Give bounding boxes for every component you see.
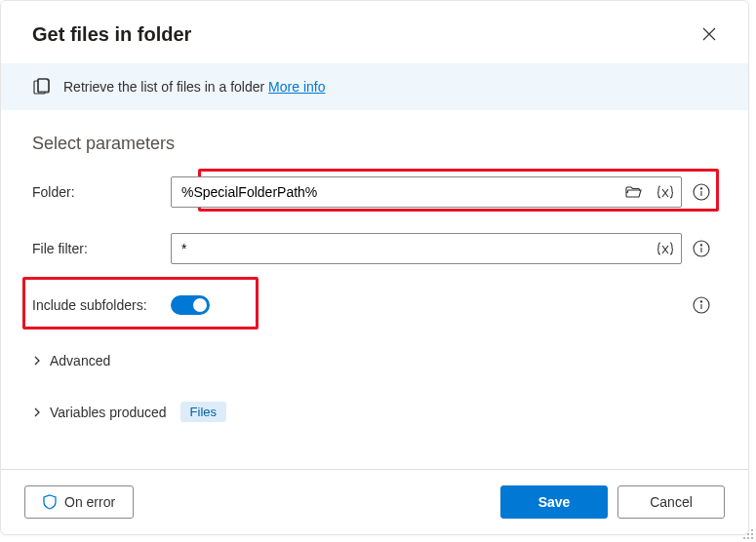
files-icon: [32, 77, 52, 97]
variable-icon: [657, 185, 674, 199]
folder-field: [171, 176, 682, 208]
close-button[interactable]: [694, 19, 725, 50]
svg-point-13: [751, 537, 753, 539]
info-banner: Retrieve the list of files in a folder M…: [1, 63, 748, 110]
on-error-label: On error: [64, 494, 115, 510]
cancel-button[interactable]: Cancel: [617, 485, 725, 519]
footer-right: Save Cancel: [500, 485, 725, 519]
svg-point-9: [747, 533, 749, 535]
advanced-label: Advanced: [50, 353, 110, 368]
banner-text: Retrieve the list of files in a folder M…: [63, 79, 325, 95]
save-button[interactable]: Save: [500, 485, 608, 519]
variables-expander[interactable]: Variables produced Files: [32, 394, 717, 430]
folder-variable-button[interactable]: [650, 177, 681, 207]
advanced-expander[interactable]: Advanced: [32, 345, 717, 376]
file-filter-label: File filter:: [32, 241, 171, 256]
dialog: Get files in folder Retrieve the list of…: [0, 0, 749, 535]
subfolders-info-button[interactable]: [686, 296, 717, 314]
dialog-footer: On error Save Cancel: [1, 469, 748, 534]
shield-icon: [43, 494, 57, 510]
folder-info-button[interactable]: [686, 183, 717, 201]
section-title: Select parameters: [32, 134, 717, 154]
browse-folder-button[interactable]: [618, 177, 650, 207]
resize-grip[interactable]: [742, 528, 754, 540]
cancel-label: Cancel: [650, 494, 693, 510]
content-area: Select parameters Folder:: [1, 110, 748, 469]
svg-point-11: [743, 537, 745, 539]
variables-label: Variables produced: [50, 405, 167, 420]
save-label: Save: [538, 494, 571, 510]
variable-icon: [657, 242, 674, 255]
dialog-title: Get files in folder: [32, 23, 191, 46]
file-filter-field: [171, 233, 682, 264]
folder-input[interactable]: [172, 177, 618, 207]
on-error-button[interactable]: On error: [24, 485, 134, 519]
file-filter-info-button[interactable]: [686, 240, 717, 257]
svg-point-8: [751, 529, 753, 531]
svg-point-10: [751, 533, 753, 535]
svg-point-5: [700, 245, 701, 246]
chevron-right-icon: [32, 407, 42, 417]
more-info-link[interactable]: More info: [268, 79, 325, 95]
svg-rect-1: [38, 79, 49, 92]
folder-row: Folder:: [32, 175, 717, 209]
svg-point-12: [747, 537, 749, 539]
chevron-right-icon: [32, 356, 42, 366]
include-subfolders-row: Include subfolders:: [32, 289, 717, 322]
close-icon: [702, 27, 716, 41]
file-filter-row: File filter:: [32, 232, 717, 265]
banner-text-label: Retrieve the list of files in a folder: [63, 79, 264, 95]
file-filter-variable-button[interactable]: [650, 234, 681, 263]
include-subfolders-toggle[interactable]: [171, 295, 210, 315]
svg-point-7: [700, 301, 701, 302]
svg-point-3: [700, 188, 701, 189]
toggle-knob: [193, 298, 207, 312]
include-subfolders-label: Include subfolders:: [32, 297, 147, 313]
dialog-header: Get files in folder: [1, 1, 748, 63]
file-filter-input[interactable]: [172, 234, 650, 263]
variable-chip[interactable]: Files: [180, 402, 226, 422]
folder-label: Folder:: [32, 184, 171, 200]
folder-open-icon: [625, 185, 643, 199]
